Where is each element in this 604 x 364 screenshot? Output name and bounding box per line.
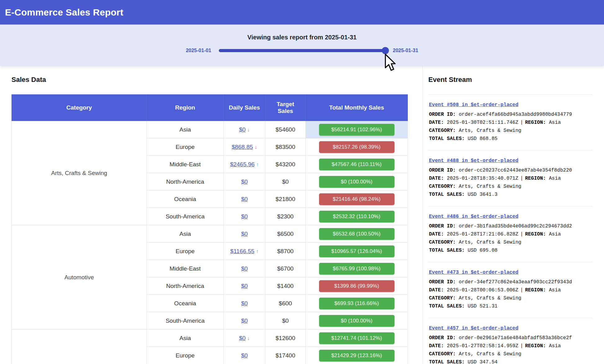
total-sales-badge: $47567.46 (110.11%) [319, 159, 394, 170]
daily-sales-link[interactable]: $0 [241, 231, 248, 237]
trend-down-icon: ↓ [247, 335, 250, 341]
event-line: TOTAL SALES: USD 695.08 [429, 246, 592, 254]
total-sales-cell: $82157.26 (98.39%) [306, 138, 408, 156]
target-sales-cell: $12600 [265, 330, 306, 347]
event-link[interactable]: Event #488 in $et-order-placed [429, 157, 518, 165]
event-field-label: DATE: [429, 120, 447, 125]
slider-handle[interactable] [382, 47, 389, 54]
daily-sales-cell: $0↓ [224, 121, 265, 138]
event-field-value: USD 695.08 [468, 248, 498, 253]
total-sales-badge: $699.93 (116.66%) [319, 298, 394, 309]
sales-table: Category Region Daily Sales Target Sales… [11, 94, 408, 364]
event-field-value: Asia [549, 287, 561, 293]
target-sales-cell: $0 [265, 173, 306, 191]
event-field-label: CATEGORY: [429, 295, 459, 301]
event-field-separator: | [518, 287, 525, 293]
total-sales-cell: $21416.46 (98.24%) [306, 191, 408, 208]
event-field-label: TOTAL SALES: [429, 192, 468, 197]
total-sales-badge: $21429.29 (123.16%) [319, 350, 394, 362]
region-cell: Europe [147, 347, 224, 364]
event-field-value: USD 347.54 [468, 359, 498, 364]
event-field-label: ORDER ID: [429, 279, 459, 285]
event-link[interactable]: Event #473 in $et-order-placed [429, 268, 518, 276]
slider-row: 2025-01-01 2025-01-31 [0, 48, 604, 53]
event-item: Event #488 in $et-order-placedORDER ID: … [428, 150, 593, 206]
region-cell: Middle-East [147, 260, 224, 277]
daily-sales-link[interactable]: $868.85 [232, 144, 253, 150]
event-field-label: DATE: [429, 176, 447, 181]
main-content: Sales Data Category Region Daily Sales T… [0, 66, 604, 364]
event-link[interactable]: Event #486 in $et-order-placed [429, 213, 518, 221]
daily-sales-cell: $0 [224, 312, 265, 330]
total-sales-badge: $10965.57 (126.04%) [319, 245, 394, 257]
category-cell [12, 330, 147, 364]
daily-sales-cell: $0 [224, 208, 265, 225]
daily-sales-link[interactable]: $0 [241, 196, 248, 202]
daily-sales-link[interactable]: $1166.55 [230, 248, 255, 254]
date-slider[interactable] [219, 49, 385, 52]
event-line: CATEGORY: Arts, Crafts & Sewing [429, 350, 592, 358]
region-cell: North-America [147, 173, 224, 191]
total-sales-badge: $21416.46 (98.24%) [319, 193, 394, 205]
event-field-label: CATEGORY: [429, 351, 459, 357]
event-field-value: order-cc20237cc62443ee87ab4e354f8db220 [459, 168, 572, 173]
daily-sales-cell: $0 [224, 173, 265, 191]
event-line: ORDER ID: order-acef4fa66bd945a3abdd9980… [429, 110, 592, 119]
region-cell: North-America [147, 277, 224, 295]
event-field-label: ORDER ID: [429, 112, 459, 117]
daily-sales-link[interactable]: $0 [241, 178, 248, 185]
daily-sales-cell: $0 [224, 295, 265, 312]
daily-sales-link[interactable]: $0 [241, 300, 248, 307]
target-sales-cell: $54600 [265, 121, 306, 138]
event-line: ORDER ID: order-0e2961e71a6e484abfadf583… [429, 334, 592, 342]
total-sales-badge: $0 (100.00%) [319, 176, 394, 188]
event-field-label: DATE: [429, 287, 447, 293]
target-sales-cell: $6500 [265, 225, 306, 243]
daily-sales-cell: $0↓ [224, 330, 265, 347]
daily-sales-link[interactable]: $0 [241, 352, 248, 359]
event-list: Event #508 in $et-order-placedORDER ID: … [428, 94, 593, 364]
region-cell: Middle-East [147, 156, 224, 173]
daily-sales-link[interactable]: $0 [241, 213, 248, 220]
daily-sales-link[interactable]: $0 [239, 335, 246, 341]
table-row: Asia$0↓$12600$12741.74 (101.12%) [12, 330, 408, 347]
event-field-label: ORDER ID: [429, 335, 459, 341]
event-line: DATE: 2025-01-28T17:21:06.828Z|REGION: A… [429, 230, 592, 238]
daily-sales-link[interactable]: $2465.96 [230, 161, 255, 168]
column-header-total-monthly-sales: Total Monthly Sales [306, 95, 408, 121]
sales-data-heading: Sales Data [11, 76, 408, 84]
event-link[interactable]: Event #457 in $et-order-placed [429, 324, 518, 332]
target-sales-cell: $17400 [265, 347, 306, 364]
event-field-value: Asia [549, 120, 561, 125]
total-sales-badge: $6765.99 (100.98%) [319, 263, 394, 275]
table-row: Arts, Crafts & SewingAsia$0↓$54600$56214… [12, 121, 408, 138]
event-field-label: CATEGORY: [429, 184, 459, 189]
sales-data-panel: Sales Data Category Region Daily Sales T… [11, 66, 408, 364]
event-field-label: REGION: [525, 287, 549, 293]
daily-sales-link[interactable]: $0 [239, 126, 246, 133]
event-line: ORDER ID: order-3b1faad35bde4e06ad99c2c2… [429, 222, 592, 230]
total-sales-badge: $56214.91 (102.96%) [319, 124, 394, 136]
region-cell: South-America [147, 208, 224, 225]
event-field-value: 2025-01-27T02:58:14.959Z [447, 343, 518, 349]
daily-sales-cell: $0 [224, 347, 265, 364]
region-cell: Oceania [147, 295, 224, 312]
event-line: CATEGORY: Arts, Crafts & Sewing [429, 238, 592, 246]
event-field-value: USD 521.31 [468, 303, 498, 309]
region-cell: Europe [147, 243, 224, 260]
event-line: DATE: 2025-01-28T18:35:40.071Z|REGION: A… [429, 174, 592, 182]
event-link[interactable]: Event #508 in $et-order-placed [429, 101, 518, 109]
daily-sales-link[interactable]: $0 [241, 283, 248, 289]
event-field-value: order-0e2961e71a6e484abfadf583a36bce2f [459, 335, 572, 341]
daily-sales-link[interactable]: $0 [241, 317, 248, 324]
target-sales-cell: $1400 [265, 277, 306, 295]
region-cell: Asia [147, 330, 224, 347]
daily-sales-link[interactable]: $0 [241, 265, 248, 272]
total-sales-cell: $6765.99 (100.98%) [306, 260, 408, 277]
event-field-label: TOTAL SALES: [429, 303, 468, 309]
total-sales-cell: $0 (100.00%) [306, 173, 408, 191]
table-row: AutomotiveAsia$0$6500$6532.68 (100.50%) [12, 225, 408, 243]
target-sales-cell: $0 [265, 312, 306, 330]
event-line: CATEGORY: Arts, Crafts & Sewing [429, 182, 592, 191]
event-field-separator: | [518, 176, 525, 181]
